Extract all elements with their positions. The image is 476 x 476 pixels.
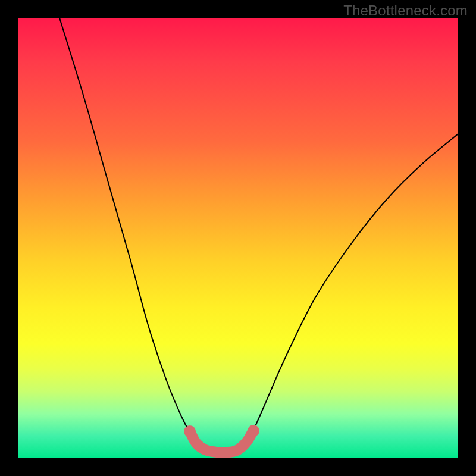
watermark-text: TheBottleneck.com bbox=[343, 2, 468, 19]
trough-dot bbox=[248, 425, 259, 437]
curve-overlay bbox=[18, 18, 458, 458]
trough-dot bbox=[184, 425, 196, 437]
chart-canvas bbox=[18, 18, 458, 458]
trough-highlight bbox=[190, 431, 253, 453]
curve-left-limb bbox=[60, 18, 199, 446]
curve-right-limb bbox=[245, 134, 458, 446]
